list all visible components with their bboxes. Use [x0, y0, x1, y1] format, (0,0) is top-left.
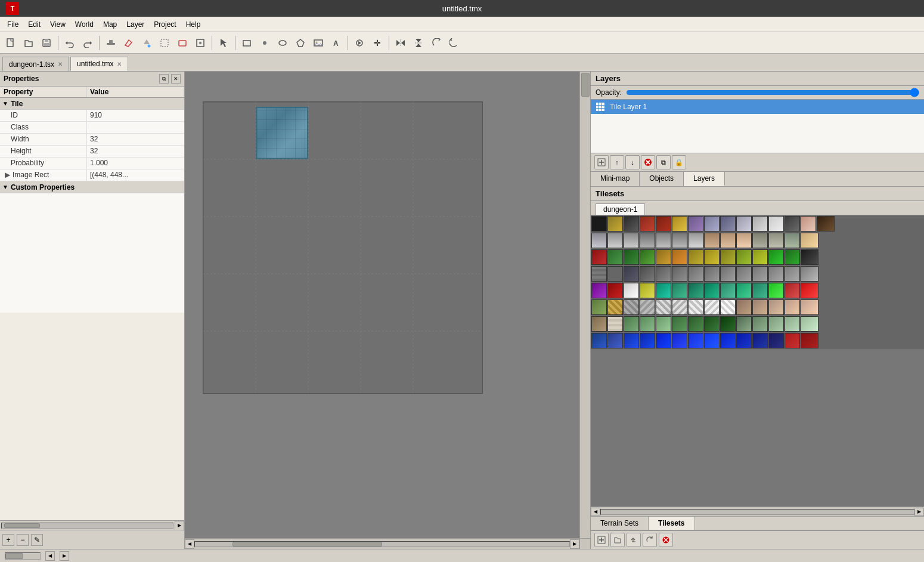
tile-61[interactable]: [607, 266, 623, 282]
tab-dungeon[interactable]: dungeon-1.tsx ✕: [2, 57, 69, 71]
rotate-ccw-tool[interactable]: [446, 35, 463, 51]
tile-125[interactable]: [672, 316, 687, 332]
tile-106[interactable]: [688, 299, 703, 315]
canvas-vscroll[interactable]: [579, 72, 590, 538]
tile-46[interactable]: [688, 249, 703, 265]
hscroll-right-btn[interactable]: ▶: [570, 539, 579, 549]
tile-9[interactable]: [736, 216, 752, 231]
tileset-scroll-left[interactable]: ◀: [591, 508, 600, 516]
prop-row-width[interactable]: Width 32: [0, 134, 184, 146]
tab-untitled[interactable]: untitled.tmx ✕: [70, 57, 128, 71]
tab-dungeon-close[interactable]: ✕: [58, 61, 63, 67]
tile-129[interactable]: [736, 316, 752, 332]
select-rect-tool[interactable]: [156, 35, 173, 51]
tile-72[interactable]: [785, 266, 800, 282]
tile-85[interactable]: [672, 283, 687, 298]
status-arrow-left[interactable]: ◀: [45, 551, 55, 561]
tile-section-header[interactable]: ▼ Tile: [0, 98, 184, 110]
menu-view[interactable]: View: [45, 19, 70, 30]
status-arrow-right[interactable]: ▶: [60, 551, 69, 561]
tile-108[interactable]: [720, 299, 736, 315]
tile-144[interactable]: [656, 333, 671, 348]
layer-up-button[interactable]: ↑: [610, 155, 624, 169]
tile-43[interactable]: [640, 249, 655, 265]
tile-10[interactable]: [752, 216, 768, 231]
tile-91[interactable]: [768, 283, 784, 298]
open-button[interactable]: [20, 35, 37, 51]
tile-27[interactable]: [704, 233, 720, 248]
edit-property-button[interactable]: ✎: [31, 534, 43, 546]
tile-152[interactable]: [785, 333, 800, 348]
tile-93[interactable]: [801, 283, 818, 298]
tile-45[interactable]: [672, 249, 687, 265]
tile-142[interactable]: [624, 333, 639, 348]
map-canvas[interactable]: [203, 101, 483, 394]
layer-delete-button[interactable]: [641, 155, 655, 169]
hscroll-right[interactable]: ▶: [175, 521, 184, 530]
tile-22[interactable]: [624, 233, 639, 248]
prop-row-height[interactable]: Height 32: [0, 146, 184, 158]
tile-12[interactable]: [785, 216, 800, 231]
tileset-embed-button[interactable]: [627, 533, 641, 547]
snap-tool[interactable]: ✛: [369, 35, 386, 51]
shape-tool[interactable]: [174, 35, 191, 51]
tile-143[interactable]: [640, 333, 655, 348]
rect-object-tool[interactable]: [238, 35, 255, 51]
tile-71[interactable]: [768, 266, 784, 282]
tile-51[interactable]: [768, 249, 784, 265]
add-property-button[interactable]: +: [2, 534, 14, 546]
tile-101[interactable]: [607, 299, 623, 315]
remove-property-button[interactable]: −: [17, 534, 29, 546]
tile-64[interactable]: [656, 266, 671, 282]
tile-112[interactable]: [785, 299, 800, 315]
layer-item-tile1[interactable]: Tile Layer 1: [591, 100, 924, 114]
tileset-add-button[interactable]: [594, 533, 609, 547]
tile-131[interactable]: [768, 316, 784, 332]
tile-80[interactable]: [591, 283, 607, 298]
tile-68[interactable]: [720, 266, 736, 282]
undo-button[interactable]: [61, 35, 78, 51]
hscroll-track[interactable]: [194, 541, 570, 547]
tile-69[interactable]: [736, 266, 752, 282]
save-button[interactable]: [38, 35, 55, 51]
tile-133[interactable]: [801, 316, 818, 332]
tile-109[interactable]: [736, 299, 752, 315]
tileset-delete-button[interactable]: [659, 533, 673, 547]
tile-62[interactable]: [624, 266, 639, 282]
tile-40[interactable]: [591, 249, 607, 265]
tile-25[interactable]: [672, 233, 687, 248]
tile-32[interactable]: [785, 233, 800, 248]
tile-48[interactable]: [720, 249, 736, 265]
circle-tool[interactable]: [274, 35, 291, 51]
tile-5[interactable]: [672, 216, 687, 231]
tile-120[interactable]: [591, 316, 607, 332]
tile-31[interactable]: [768, 233, 784, 248]
tile-87[interactable]: [704, 283, 720, 298]
tile-14[interactable]: [817, 216, 835, 231]
tile-145[interactable]: [672, 333, 687, 348]
tile-33[interactable]: [801, 233, 818, 248]
tile-21[interactable]: [607, 233, 623, 248]
tile-83[interactable]: [640, 283, 655, 298]
tile-28[interactable]: [720, 233, 736, 248]
tileset-hscroll[interactable]: ◀ ▶: [591, 507, 924, 516]
tile-107[interactable]: [704, 299, 720, 315]
fill-tool[interactable]: [138, 35, 155, 51]
tileset-hscroll-track[interactable]: [600, 509, 914, 515]
tile-23[interactable]: [640, 233, 655, 248]
eraser-tool[interactable]: [120, 35, 137, 51]
redo-button[interactable]: [79, 35, 96, 51]
menu-help[interactable]: Help: [181, 19, 206, 30]
tile-7[interactable]: [704, 216, 720, 231]
menu-project[interactable]: Project: [149, 19, 181, 30]
tile-30[interactable]: [752, 233, 768, 248]
map-viewport[interactable]: [185, 72, 579, 538]
custom-props-section-header[interactable]: ▼ Custom Properties: [0, 181, 184, 193]
prop-row-class[interactable]: Class: [0, 122, 184, 134]
tile-81[interactable]: [607, 283, 623, 298]
image-tool[interactable]: [310, 35, 327, 51]
menu-file[interactable]: File: [2, 19, 23, 30]
tab-untitled-close[interactable]: ✕: [117, 61, 122, 67]
tile-65[interactable]: [672, 266, 687, 282]
tile-121[interactable]: [607, 316, 623, 332]
